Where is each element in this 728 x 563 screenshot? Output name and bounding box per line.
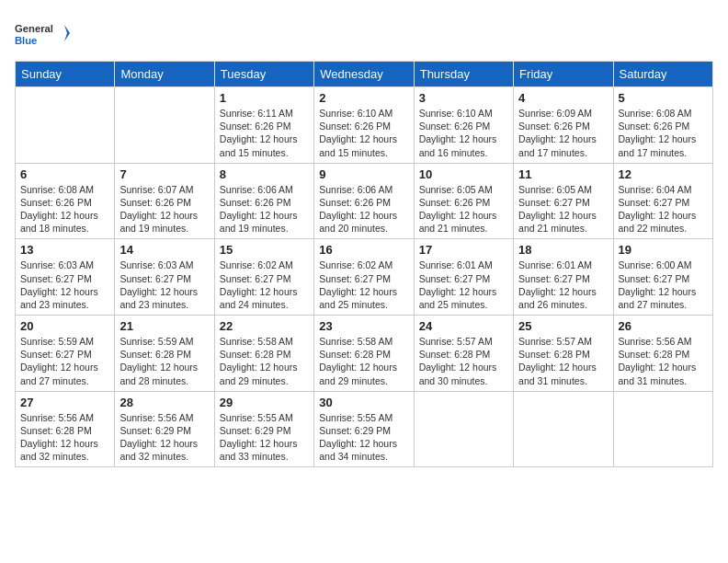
day-number: 30 — [319, 396, 408, 409]
day-info: Sunrise: 6:02 AM Sunset: 6:27 PM Dayligh… — [319, 259, 408, 311]
day-info: Sunrise: 5:58 AM Sunset: 6:28 PM Dayligh… — [220, 335, 309, 387]
day-number: 9 — [319, 167, 408, 181]
day-cell: 29Sunrise: 5:55 AM Sunset: 6:29 PM Dayli… — [214, 391, 313, 467]
week-row-2: 6Sunrise: 6:08 AM Sunset: 6:26 PM Daylig… — [16, 163, 713, 239]
day-cell: 30Sunrise: 5:55 AM Sunset: 6:29 PM Dayli… — [314, 391, 414, 467]
day-cell: 10Sunrise: 6:05 AM Sunset: 6:26 PM Dayli… — [414, 163, 513, 239]
logo-svg: General Blue — [15, 15, 70, 52]
day-number: 21 — [119, 319, 209, 333]
day-number: 15 — [220, 243, 309, 257]
day-number: 4 — [518, 91, 608, 105]
day-info: Sunrise: 5:56 AM Sunset: 6:29 PM Dayligh… — [119, 411, 209, 464]
week-row-4: 20Sunrise: 5:59 AM Sunset: 6:27 PM Dayli… — [16, 316, 713, 392]
day-number: 24 — [419, 319, 508, 333]
day-cell — [414, 391, 513, 467]
day-number: 2 — [319, 91, 408, 105]
day-cell — [115, 87, 214, 164]
week-row-1: 1Sunrise: 6:11 AM Sunset: 6:26 PM Daylig… — [16, 87, 713, 164]
day-cell — [613, 391, 712, 467]
day-cell: 11Sunrise: 6:05 AM Sunset: 6:27 PM Dayli… — [514, 163, 613, 239]
day-info: Sunrise: 6:02 AM Sunset: 6:27 PM Dayligh… — [220, 259, 309, 311]
day-cell: 1Sunrise: 6:11 AM Sunset: 6:26 PM Daylig… — [214, 87, 313, 164]
day-info: Sunrise: 6:05 AM Sunset: 6:26 PM Dayligh… — [419, 183, 508, 236]
day-info: Sunrise: 5:59 AM Sunset: 6:27 PM Dayligh… — [20, 335, 109, 387]
day-cell — [16, 87, 115, 164]
day-info: Sunrise: 6:08 AM Sunset: 6:26 PM Dayligh… — [20, 183, 109, 236]
day-number: 10 — [419, 167, 508, 181]
day-cell: 9Sunrise: 6:06 AM Sunset: 6:26 PM Daylig… — [314, 163, 414, 239]
day-cell: 20Sunrise: 5:59 AM Sunset: 6:27 PM Dayli… — [16, 316, 115, 392]
day-cell: 23Sunrise: 5:58 AM Sunset: 6:28 PM Dayli… — [314, 316, 414, 392]
day-number: 26 — [619, 319, 708, 333]
day-info: Sunrise: 6:11 AM Sunset: 6:26 PM Dayligh… — [220, 107, 309, 159]
day-number: 6 — [20, 167, 109, 181]
day-cell: 15Sunrise: 6:02 AM Sunset: 6:27 PM Dayli… — [214, 239, 313, 316]
day-cell: 14Sunrise: 6:03 AM Sunset: 6:27 PM Dayli… — [115, 239, 214, 316]
day-number: 27 — [20, 396, 109, 409]
day-info: Sunrise: 6:06 AM Sunset: 6:26 PM Dayligh… — [319, 183, 408, 236]
weekday-header-tuesday: Tuesday — [214, 62, 313, 87]
day-info: Sunrise: 6:07 AM Sunset: 6:26 PM Dayligh… — [119, 183, 209, 236]
weekday-header-row: SundayMondayTuesdayWednesdayThursdayFrid… — [16, 62, 713, 87]
day-info: Sunrise: 5:57 AM Sunset: 6:28 PM Dayligh… — [419, 335, 508, 387]
day-info: Sunrise: 5:57 AM Sunset: 6:28 PM Dayligh… — [518, 335, 608, 387]
day-number: 23 — [319, 319, 408, 333]
week-row-3: 13Sunrise: 6:03 AM Sunset: 6:27 PM Dayli… — [16, 239, 713, 316]
day-number: 12 — [619, 167, 708, 181]
day-cell: 16Sunrise: 6:02 AM Sunset: 6:27 PM Dayli… — [314, 239, 414, 316]
day-cell: 17Sunrise: 6:01 AM Sunset: 6:27 PM Dayli… — [414, 239, 513, 316]
day-info: Sunrise: 6:10 AM Sunset: 6:26 PM Dayligh… — [419, 107, 508, 159]
day-number: 29 — [220, 396, 309, 409]
day-info: Sunrise: 6:03 AM Sunset: 6:27 PM Dayligh… — [20, 259, 109, 311]
day-info: Sunrise: 6:01 AM Sunset: 6:27 PM Dayligh… — [518, 259, 608, 311]
day-info: Sunrise: 6:01 AM Sunset: 6:27 PM Dayligh… — [419, 259, 508, 311]
day-cell: 24Sunrise: 5:57 AM Sunset: 6:28 PM Dayli… — [414, 316, 513, 392]
svg-text:General: General — [15, 23, 53, 34]
day-info: Sunrise: 6:08 AM Sunset: 6:26 PM Dayligh… — [619, 107, 708, 159]
day-cell: 21Sunrise: 5:59 AM Sunset: 6:28 PM Dayli… — [115, 316, 214, 392]
day-cell: 8Sunrise: 6:06 AM Sunset: 6:26 PM Daylig… — [214, 163, 313, 239]
svg-marker-2 — [64, 25, 70, 41]
day-info: Sunrise: 5:59 AM Sunset: 6:28 PM Dayligh… — [119, 335, 209, 387]
day-cell: 22Sunrise: 5:58 AM Sunset: 6:28 PM Dayli… — [214, 316, 313, 392]
day-cell: 3Sunrise: 6:10 AM Sunset: 6:26 PM Daylig… — [414, 87, 513, 164]
day-cell: 28Sunrise: 5:56 AM Sunset: 6:29 PM Dayli… — [115, 391, 214, 467]
weekday-header-friday: Friday — [514, 62, 613, 87]
day-number: 19 — [619, 243, 708, 257]
day-cell — [514, 391, 613, 467]
day-cell: 19Sunrise: 6:00 AM Sunset: 6:27 PM Dayli… — [613, 239, 712, 316]
day-number: 11 — [518, 167, 608, 181]
day-number: 16 — [319, 243, 408, 257]
day-info: Sunrise: 6:03 AM Sunset: 6:27 PM Dayligh… — [119, 259, 209, 311]
day-number: 20 — [20, 319, 109, 333]
day-number: 7 — [119, 167, 209, 181]
day-info: Sunrise: 5:55 AM Sunset: 6:29 PM Dayligh… — [220, 411, 309, 464]
weekday-header-thursday: Thursday — [414, 62, 513, 87]
day-number: 28 — [119, 396, 209, 409]
day-number: 1 — [220, 91, 309, 105]
day-cell: 2Sunrise: 6:10 AM Sunset: 6:26 PM Daylig… — [314, 87, 414, 164]
day-cell: 25Sunrise: 5:57 AM Sunset: 6:28 PM Dayli… — [514, 316, 613, 392]
weekday-header-saturday: Saturday — [613, 62, 712, 87]
day-number: 14 — [119, 243, 209, 257]
day-number: 18 — [518, 243, 608, 257]
day-info: Sunrise: 6:06 AM Sunset: 6:26 PM Dayligh… — [220, 183, 309, 236]
day-cell: 12Sunrise: 6:04 AM Sunset: 6:27 PM Dayli… — [613, 163, 712, 239]
logo: General Blue — [15, 15, 70, 52]
week-row-5: 27Sunrise: 5:56 AM Sunset: 6:28 PM Dayli… — [16, 391, 713, 467]
day-cell: 7Sunrise: 6:07 AM Sunset: 6:26 PM Daylig… — [115, 163, 214, 239]
weekday-header-monday: Monday — [115, 62, 214, 87]
day-number: 22 — [220, 319, 309, 333]
day-info: Sunrise: 6:04 AM Sunset: 6:27 PM Dayligh… — [619, 183, 708, 236]
day-info: Sunrise: 6:00 AM Sunset: 6:27 PM Dayligh… — [619, 259, 708, 311]
day-number: 5 — [619, 91, 708, 105]
day-cell: 13Sunrise: 6:03 AM Sunset: 6:27 PM Dayli… — [16, 239, 115, 316]
weekday-header-wednesday: Wednesday — [314, 62, 414, 87]
day-info: Sunrise: 5:56 AM Sunset: 6:28 PM Dayligh… — [20, 411, 109, 464]
day-number: 17 — [419, 243, 508, 257]
day-cell: 4Sunrise: 6:09 AM Sunset: 6:26 PM Daylig… — [514, 87, 613, 164]
day-info: Sunrise: 6:05 AM Sunset: 6:27 PM Dayligh… — [518, 183, 608, 236]
day-number: 25 — [518, 319, 608, 333]
day-cell: 6Sunrise: 6:08 AM Sunset: 6:26 PM Daylig… — [16, 163, 115, 239]
calendar-table: SundayMondayTuesdayWednesdayThursdayFrid… — [15, 61, 713, 467]
